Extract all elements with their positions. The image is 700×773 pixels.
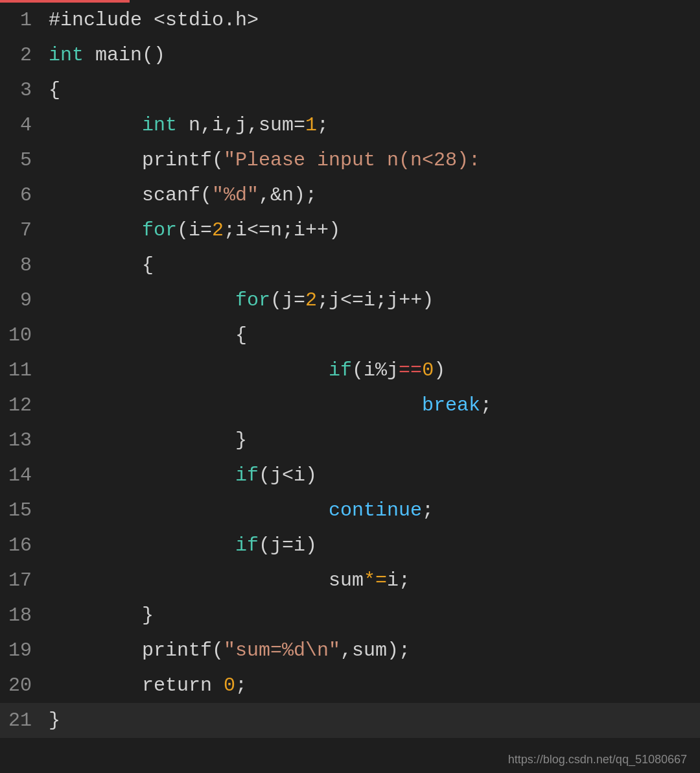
line-content: continue; bbox=[42, 493, 700, 528]
token bbox=[49, 219, 142, 241]
token: ) bbox=[329, 219, 340, 241]
line-number: 15 bbox=[0, 493, 42, 528]
line-content: for(j=2;j<=i;j++) bbox=[42, 283, 700, 318]
code-line: 3{ bbox=[0, 73, 700, 108]
token: "Please input n(n<28): bbox=[224, 149, 480, 171]
code-line: 15 continue; bbox=[0, 493, 700, 528]
token: if bbox=[329, 359, 352, 381]
token: ; bbox=[480, 394, 492, 416]
token: int bbox=[142, 114, 177, 136]
line-number: 3 bbox=[0, 73, 42, 108]
token: { bbox=[49, 79, 60, 101]
line-number: 8 bbox=[0, 248, 42, 283]
token: ; bbox=[235, 674, 247, 696]
line-number: 7 bbox=[0, 213, 42, 248]
token: } bbox=[49, 429, 247, 451]
token: continue bbox=[329, 499, 422, 521]
token: sum bbox=[49, 569, 364, 591]
token: ;i<=n;i bbox=[224, 219, 305, 241]
line-content: scanf("%d",&n); bbox=[42, 178, 700, 213]
line-number: 20 bbox=[0, 668, 42, 703]
token: "%d" bbox=[212, 184, 259, 206]
watermark: https://blog.csdn.net/qq_51080667 bbox=[508, 753, 687, 767]
token: main() bbox=[84, 44, 165, 66]
code-line: 16 if(j=i) bbox=[0, 528, 700, 563]
token: #include <stdio.h> bbox=[49, 9, 259, 31]
code-line: 14 if(j<i) bbox=[0, 458, 700, 493]
code-line: 12 break; bbox=[0, 388, 700, 423]
token: == bbox=[399, 359, 422, 381]
token: { bbox=[49, 324, 247, 346]
token bbox=[49, 394, 422, 416]
line-number: 4 bbox=[0, 108, 42, 143]
line-content: printf("Please input n(n<28): bbox=[42, 143, 700, 178]
token: ,&n); bbox=[259, 184, 317, 206]
line-number: 6 bbox=[0, 178, 42, 213]
token: (i%j bbox=[352, 359, 399, 381]
token: for bbox=[142, 219, 177, 241]
line-content: } bbox=[42, 703, 700, 738]
token bbox=[49, 114, 142, 136]
token: 1 bbox=[305, 114, 317, 136]
token: ) bbox=[422, 289, 434, 311]
token: "sum=%d\n" bbox=[224, 639, 340, 661]
line-content: { bbox=[42, 73, 700, 108]
code-line: 21} bbox=[0, 703, 700, 738]
line-number: 19 bbox=[0, 633, 42, 668]
line-content: if(i%j==0) bbox=[42, 353, 700, 388]
token: ++ bbox=[305, 219, 329, 241]
token: (j= bbox=[270, 289, 305, 311]
token: } bbox=[49, 604, 154, 626]
code-line: 20 return 0; bbox=[0, 668, 700, 703]
code-line: 6 scanf("%d",&n); bbox=[0, 178, 700, 213]
token bbox=[49, 499, 329, 521]
line-content: { bbox=[42, 318, 700, 353]
line-content: if(j=i) bbox=[42, 528, 700, 563]
line-number: 14 bbox=[0, 458, 42, 493]
token: 0 bbox=[224, 674, 235, 696]
token bbox=[49, 289, 235, 311]
token: int bbox=[49, 44, 84, 66]
token: *= bbox=[364, 569, 387, 591]
token: { bbox=[49, 254, 154, 276]
token: i; bbox=[387, 569, 410, 591]
code-line: 7 for(i=2;i<=n;i++) bbox=[0, 213, 700, 248]
token: scanf( bbox=[49, 184, 212, 206]
line-content: { bbox=[42, 248, 700, 283]
line-number: 17 bbox=[0, 563, 42, 598]
line-content: printf("sum=%d\n",sum); bbox=[42, 633, 700, 668]
line-number: 9 bbox=[0, 283, 42, 318]
token: ;j<=i;j bbox=[317, 289, 399, 311]
token: if bbox=[235, 464, 259, 486]
line-number: 16 bbox=[0, 528, 42, 563]
token: ,sum); bbox=[340, 639, 410, 661]
token: (i= bbox=[177, 219, 212, 241]
token bbox=[49, 534, 235, 556]
token: n,i,j,sum= bbox=[177, 114, 305, 136]
line-content: } bbox=[42, 598, 700, 633]
code-line: 5 printf("Please input n(n<28): bbox=[0, 143, 700, 178]
token bbox=[49, 464, 235, 486]
line-content: int main() bbox=[42, 38, 700, 73]
token: 2 bbox=[305, 289, 317, 311]
line-number: 12 bbox=[0, 388, 42, 423]
code-line: 4 int n,i,j,sum=1; bbox=[0, 108, 700, 143]
token bbox=[49, 359, 329, 381]
code-line: 9 for(j=2;j<=i;j++) bbox=[0, 283, 700, 318]
token: 2 bbox=[212, 219, 224, 241]
line-content: } bbox=[42, 423, 700, 458]
line-number: 10 bbox=[0, 318, 42, 353]
token: ++ bbox=[399, 289, 422, 311]
token: printf( bbox=[49, 149, 224, 171]
token: (j<i) bbox=[259, 464, 317, 486]
code-line: 13 } bbox=[0, 423, 700, 458]
token: (j=i) bbox=[259, 534, 317, 556]
token: break bbox=[422, 394, 480, 416]
code-line: 11 if(i%j==0) bbox=[0, 353, 700, 388]
line-number: 21 bbox=[0, 703, 42, 738]
line-content: for(i=2;i<=n;i++) bbox=[42, 213, 700, 248]
token: if bbox=[235, 534, 259, 556]
token: printf( bbox=[49, 639, 224, 661]
line-content: sum*=i; bbox=[42, 563, 700, 598]
token: } bbox=[49, 709, 60, 731]
